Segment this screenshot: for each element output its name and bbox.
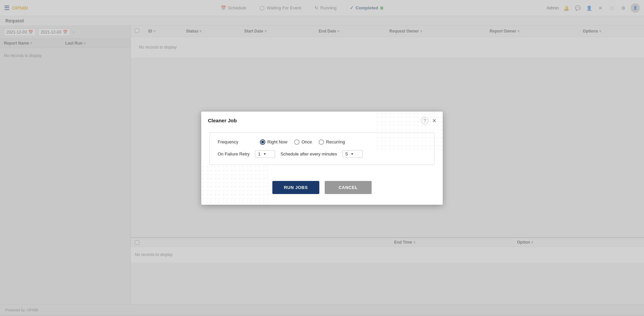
- radio-recurring-label: Recurring: [326, 139, 345, 144]
- radio-once-label: Once: [302, 139, 312, 144]
- radio-recurring[interactable]: Recurring: [319, 139, 345, 145]
- modal-footer: RUN JOBS CANCEL: [201, 181, 443, 205]
- radio-right-now-circle: [260, 139, 265, 145]
- on-failure-retry-label: On Failure Retry: [218, 151, 250, 156]
- schedule-select-arrow: ▼: [351, 152, 354, 156]
- modal-body: Frequency Right Now Once: [201, 127, 443, 181]
- modal-header-actions: ? ×: [421, 117, 436, 124]
- schedule-select[interactable]: 5 ▼: [342, 150, 363, 158]
- radio-right-now-label: Right Now: [267, 139, 287, 144]
- cleaner-job-modal: Cleaner Job ? × Frequency Right Now: [201, 112, 443, 205]
- frequency-row: Frequency Right Now Once: [218, 139, 426, 145]
- radio-once[interactable]: Once: [294, 139, 312, 145]
- cancel-button[interactable]: CANCEL: [325, 181, 372, 194]
- retry-select-arrow: ▼: [263, 152, 267, 156]
- modal-title: Cleaner Job: [208, 118, 237, 123]
- run-jobs-button[interactable]: RUN JOBS: [272, 181, 319, 194]
- modal-overlay: Cleaner Job ? × Frequency Right Now: [0, 0, 644, 316]
- radio-recurring-circle: [319, 139, 324, 145]
- radio-once-circle: [294, 139, 300, 145]
- frequency-radio-group: Right Now Once Recurring: [260, 139, 345, 145]
- schedule-value: 5: [345, 151, 348, 156]
- schedule-label: Schedule after every minutes: [280, 151, 337, 156]
- retry-value: 1: [258, 151, 260, 156]
- modal-help-button[interactable]: ?: [421, 117, 428, 124]
- retry-select[interactable]: 1 ▼: [255, 150, 275, 158]
- modal-header: Cleaner Job ? ×: [201, 112, 443, 127]
- modal-close-button[interactable]: ×: [432, 118, 436, 124]
- radio-right-now[interactable]: Right Now: [260, 139, 287, 145]
- form-section: Frequency Right Now Once: [209, 132, 435, 165]
- failure-retry-row: On Failure Retry 1 ▼ Schedule after ever…: [218, 150, 426, 158]
- frequency-label: Frequency: [218, 139, 255, 144]
